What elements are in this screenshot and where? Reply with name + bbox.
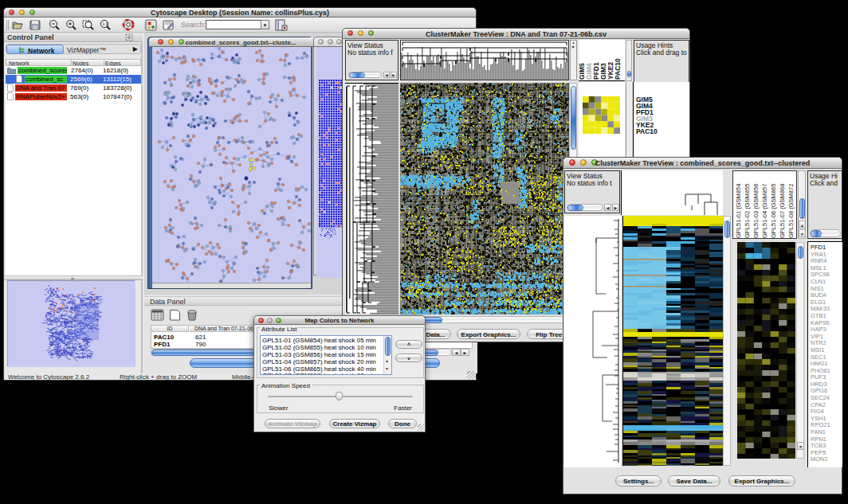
svg-text:GPL51-03 (GSM856: GPL51-03 (GSM856 (752, 184, 760, 238)
svg-text:GPL51-01 (GSM854: GPL51-01 (GSM854 (735, 184, 742, 238)
svg-text:GPL51-08 (GSM872: GPL51-08 (GSM872 (787, 184, 795, 238)
svg-text:GPL51-04 (GSM857: GPL51-04 (GSM857 (761, 184, 768, 238)
svg-text:GPL51-02 (GSM855: GPL51-02 (GSM855 (744, 184, 751, 238)
svg-text:GPL51-07 (GSM868: GPL51-07 (GSM868 (779, 184, 786, 238)
svg-text:GPL51-06 (GSM865: GPL51-06 (GSM865 (770, 184, 777, 238)
svg-text:1:1: 1:1 (102, 21, 108, 26)
svg-text:PAC10: PAC10 (614, 58, 622, 80)
